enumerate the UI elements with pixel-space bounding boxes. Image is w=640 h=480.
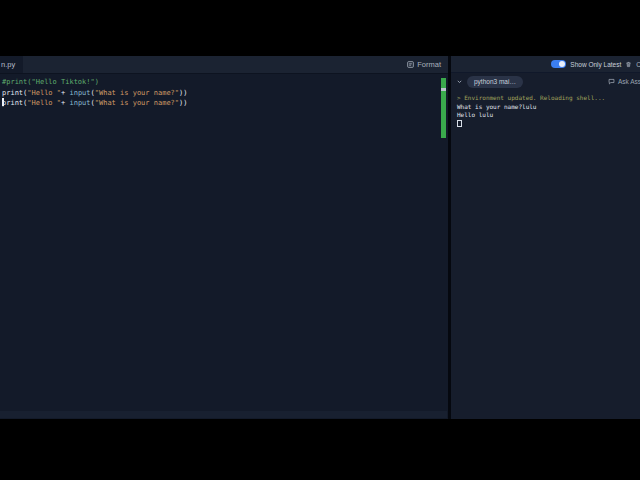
code-line[interactable]: print("Hello "+ input("What is your name… [2, 98, 448, 109]
ask-assistant-button[interactable]: Ask Ass [608, 78, 640, 85]
code-token: input [69, 99, 90, 107]
scrollbar-changes-indicator [441, 78, 446, 138]
tab-main-py[interactable]: n.py [0, 56, 23, 73]
console-command-row: python3 mai… Ask Ass [451, 73, 640, 90]
command-pill[interactable]: python3 mai… [467, 76, 523, 88]
code-token: "Hello " [27, 99, 61, 107]
code-token: "What is your name?" [95, 89, 179, 97]
console-panel: Show Only Latest C python3 mai… Ask Ass … [451, 56, 640, 419]
code-area[interactable]: #print("Hello Tiktok!")print("Hello "+ i… [0, 74, 448, 109]
ide-window: n.py Format #print("Hello Tiktok!")print… [0, 56, 640, 419]
editor-panel: n.py Format #print("Hello Tiktok!")print… [0, 56, 448, 419]
ask-assistant-label: Ask Ass [618, 78, 640, 85]
editor-tabbar: n.py Format [0, 56, 448, 74]
code-token: #print("Hello Tiktok!") [2, 78, 99, 86]
format-icon [407, 61, 414, 68]
toggle-knob [559, 61, 565, 67]
format-button[interactable]: Format [407, 60, 441, 69]
code-token: "Hello " [27, 89, 61, 97]
clear-button[interactable]: C [636, 61, 640, 68]
chevron-down-icon[interactable] [456, 78, 463, 85]
console-prompt-line [457, 120, 640, 129]
chat-bubble-icon [608, 78, 615, 85]
show-only-latest-label: Show Only Latest [570, 61, 621, 68]
code-token: input [69, 89, 90, 97]
console-output[interactable]: > Environment updated. Reloading shell..… [451, 90, 640, 128]
horizontal-scrollbar[interactable] [0, 411, 447, 418]
code-token: )) [179, 89, 187, 97]
console-line: What is your name?lulu [457, 103, 640, 112]
console-header: Show Only Latest C [451, 56, 640, 73]
console-line: Hello lulu [457, 111, 640, 120]
code-token: "What is your name?" [95, 99, 179, 107]
format-button-label: Format [417, 60, 441, 69]
scrollbar-cursor-marker [441, 88, 446, 91]
code-token: print( [2, 99, 27, 107]
code-line[interactable]: #print("Hello Tiktok!") [2, 77, 448, 88]
code-token: print( [2, 89, 27, 97]
code-line[interactable]: print("Hello "+ input("What is your name… [2, 88, 448, 99]
trash-icon[interactable] [625, 61, 632, 68]
show-only-latest-toggle[interactable] [551, 60, 566, 68]
console-line: > Environment updated. Reloading shell..… [457, 94, 640, 103]
code-token: )) [179, 99, 187, 107]
console-cursor [457, 120, 462, 127]
